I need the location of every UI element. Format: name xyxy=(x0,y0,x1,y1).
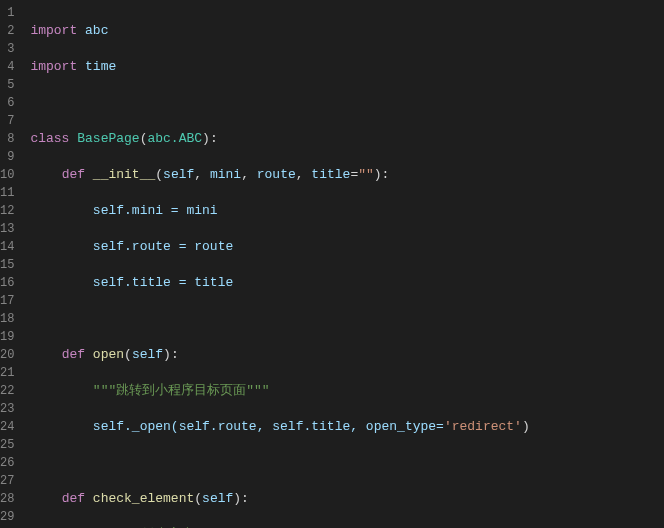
line-number: 3 xyxy=(0,40,14,58)
method-check-element: check_element xyxy=(93,491,194,506)
code-line[interactable]: self.mini = mini xyxy=(30,202,664,220)
line-number: 1 xyxy=(0,4,14,22)
statement: self.title = title xyxy=(93,275,233,290)
param-route: route xyxy=(257,167,296,182)
punct: ( xyxy=(194,491,202,506)
code-line[interactable]: """跳转到小程序目标页面""" xyxy=(30,382,664,400)
punct: ( xyxy=(155,167,163,182)
code-line[interactable]: import abc xyxy=(30,22,664,40)
line-number: 18 xyxy=(0,310,14,328)
class-name: BasePage xyxy=(77,131,139,146)
keyword-class: class xyxy=(30,131,69,146)
line-number: 5 xyxy=(0,76,14,94)
comma: , xyxy=(241,167,257,182)
param-mini: mini xyxy=(210,167,241,182)
line-number: 10 xyxy=(0,166,14,184)
punct: ) xyxy=(522,419,530,434)
code-line[interactable]: self.title = title xyxy=(30,274,664,292)
punct: ( xyxy=(124,347,132,362)
line-number: 24 xyxy=(0,418,14,436)
line-number: 23 xyxy=(0,400,14,418)
code-line[interactable] xyxy=(30,454,664,472)
param-self: self xyxy=(132,347,163,362)
line-number: 4 xyxy=(0,58,14,76)
module-abc: abc xyxy=(85,23,108,38)
code-line[interactable]: def __init__(self, mini, route, title=""… xyxy=(30,166,664,184)
line-number: 7 xyxy=(0,112,14,130)
string-empty: "" xyxy=(358,167,374,182)
keyword-import: import xyxy=(30,23,77,38)
module-time: time xyxy=(85,59,116,74)
line-number: 13 xyxy=(0,220,14,238)
comma: , xyxy=(194,167,210,182)
line-number: 19 xyxy=(0,328,14,346)
punct: ): xyxy=(233,491,249,506)
code-line[interactable]: self._open(self.route, self.title, open_… xyxy=(30,418,664,436)
colon: : xyxy=(210,131,218,146)
param-self: self xyxy=(202,491,233,506)
line-number: 22 xyxy=(0,382,14,400)
method-init: __init__ xyxy=(93,167,155,182)
statement: self.mini = mini xyxy=(93,203,218,218)
line-number: 12 xyxy=(0,202,14,220)
code-line[interactable]: class BasePage(abc.ABC): xyxy=(30,130,664,148)
code-line[interactable] xyxy=(30,94,664,112)
punct: ): xyxy=(163,347,179,362)
method-open: open xyxy=(93,347,124,362)
line-number: 2 xyxy=(0,22,14,40)
call: self._open(self.route, self.title, open_… xyxy=(93,419,444,434)
base-class: abc.ABC xyxy=(147,131,202,146)
line-number: 6 xyxy=(0,94,14,112)
param-self: self xyxy=(163,167,194,182)
statement: self.route = route xyxy=(93,239,233,254)
string: 'redirect' xyxy=(444,419,522,434)
code-line[interactable]: self.route = route xyxy=(30,238,664,256)
keyword-import: import xyxy=(30,59,77,74)
code-line[interactable] xyxy=(30,310,664,328)
line-number: 14 xyxy=(0,238,14,256)
code-line[interactable]: def check_element(self): xyxy=(30,490,664,508)
line-number: 28 xyxy=(0,490,14,508)
code-line[interactable]: def open(self): xyxy=(30,346,664,364)
line-number: 21 xyxy=(0,364,14,382)
line-number: 16 xyxy=(0,274,14,292)
keyword-def: def xyxy=(62,347,85,362)
line-number: 8 xyxy=(0,130,14,148)
punct: ): xyxy=(374,167,390,182)
line-number: 29 xyxy=(0,508,14,526)
keyword-def: def xyxy=(62,167,85,182)
code-line[interactable]: import time xyxy=(30,58,664,76)
punct: ) xyxy=(202,131,210,146)
line-number: 9 xyxy=(0,148,14,166)
param-title: title xyxy=(311,167,350,182)
code-editor[interactable]: import abc import time class BasePage(ab… xyxy=(22,0,664,528)
line-number: 11 xyxy=(0,184,14,202)
line-number: 20 xyxy=(0,346,14,364)
line-number: 26 xyxy=(0,454,14,472)
line-number: 15 xyxy=(0,256,14,274)
line-number: 27 xyxy=(0,472,14,490)
docstring: """跳转到小程序目标页面""" xyxy=(93,383,270,398)
line-number: 25 xyxy=(0,436,14,454)
comma: , xyxy=(296,167,312,182)
keyword-def: def xyxy=(62,491,85,506)
line-number-gutter: 1 2 3 4 5 6 7 8 9 10 11 12 13 14 15 16 1… xyxy=(0,0,22,528)
line-number: 17 xyxy=(0,292,14,310)
